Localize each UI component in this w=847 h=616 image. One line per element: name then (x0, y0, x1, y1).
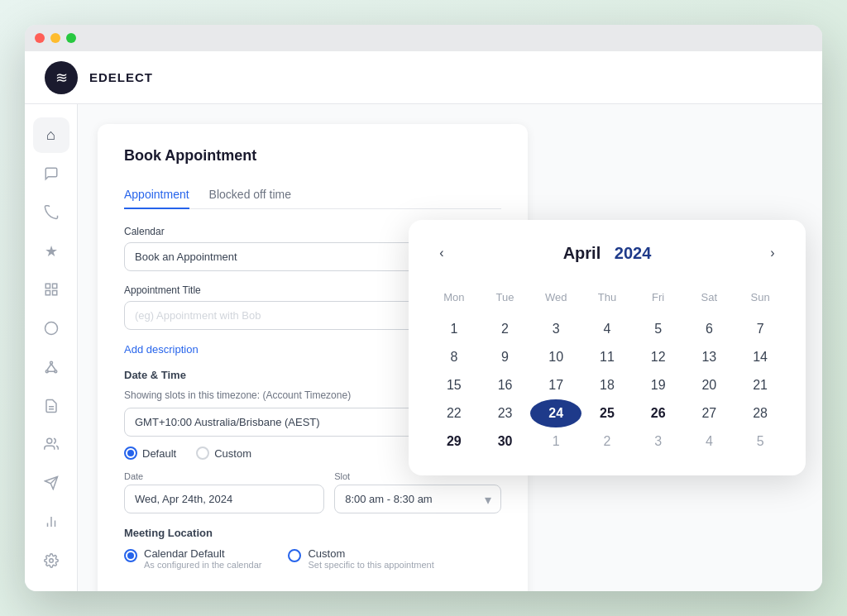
calendar-day-4-0[interactable]: 29 (428, 427, 480, 456)
svg-line-8 (46, 364, 50, 370)
calendar-next-button[interactable]: › (759, 240, 786, 266)
sidebar-item-favorites[interactable]: ★ (33, 233, 69, 269)
sidebar-item-reports[interactable] (33, 504, 69, 540)
calendar-week-3: 22232425262728 (428, 399, 786, 427)
calendar-day-2-5[interactable]: 20 (684, 371, 735, 399)
calendar-day-4-4[interactable]: 3 (633, 427, 684, 456)
calendar-day-2-3[interactable]: 18 (581, 371, 633, 399)
calendar-week-1: 891011121314 (428, 343, 786, 371)
calendar-day-1-0[interactable]: 8 (428, 343, 480, 371)
sidebar-item-send[interactable] (33, 466, 69, 501)
calendar-day-2-2[interactable]: 17 (530, 371, 581, 399)
calendar-day-3-5[interactable]: 27 (684, 399, 735, 427)
calendar-week-0: 1234567 (428, 315, 786, 343)
weekday-mon: Mon (428, 286, 480, 315)
maximize-dot[interactable] (66, 33, 76, 43)
svg-point-5 (50, 361, 52, 364)
sidebar-item-network[interactable] (33, 350, 69, 385)
calendar-day-3-0[interactable]: 22 (428, 399, 480, 427)
calendar-day-2-0[interactable]: 15 (428, 371, 480, 399)
title-bar (25, 25, 822, 51)
minimize-dot[interactable] (50, 33, 60, 43)
calendar-day-1-4[interactable]: 12 (633, 343, 684, 371)
slot-field: Slot 8:00 am - 8:30 am (334, 471, 501, 513)
location-custom-subtitle: Set specific to this appointment (308, 560, 433, 570)
form-tabs: Appointment Blocked off time (124, 181, 501, 209)
location-custom-radio (288, 549, 301, 562)
calendar-day-1-3[interactable]: 11 (581, 343, 633, 371)
calendar-day-3-1[interactable]: 23 (480, 399, 531, 427)
radio-custom-circle (196, 446, 209, 460)
calendar-day-0-2[interactable]: 3 (530, 315, 581, 343)
calendar-day-3-2[interactable]: 24 (530, 399, 581, 427)
sidebar-item-team[interactable] (33, 427, 69, 462)
location-default-subtitle: As configured in the calendar (144, 560, 261, 570)
radio-default-circle (124, 446, 137, 460)
radio-default[interactable]: Default (124, 446, 176, 460)
calendar-day-4-1[interactable]: 30 (480, 427, 531, 456)
calendar-day-0-0[interactable]: 1 (428, 315, 480, 343)
location-options-row: Calendar Default As configured in the ca… (124, 547, 501, 570)
sidebar-item-chat[interactable] (33, 156, 69, 192)
calendar-month-year: April 2024 (563, 244, 652, 263)
calendar-year: 2024 (615, 244, 652, 262)
weekday-tue: Tue (480, 286, 531, 315)
radio-default-label: Default (142, 447, 176, 460)
calendar-day-1-6[interactable]: 14 (735, 343, 786, 371)
sidebar-item-circle[interactable] (33, 311, 69, 346)
svg-rect-1 (52, 284, 56, 289)
svg-line-9 (51, 364, 55, 370)
calendar-day-2-1[interactable]: 16 (480, 371, 531, 399)
sidebar-item-contacts[interactable] (33, 195, 69, 231)
tab-appointment[interactable]: Appointment (124, 181, 189, 209)
weekday-fri: Fri (633, 286, 684, 315)
location-default-text: Calendar Default As configured in the ca… (144, 547, 261, 570)
calendar-day-1-2[interactable]: 10 (530, 343, 581, 371)
calendar-day-4-2[interactable]: 1 (530, 427, 581, 456)
calendar-week-2: 15161718192021 (428, 371, 786, 399)
calendar-day-1-1[interactable]: 9 (480, 343, 531, 371)
svg-point-13 (46, 439, 51, 444)
calendar-day-1-5[interactable]: 13 (684, 343, 735, 371)
calendar-weekdays-row: Mon Tue Wed Thu Fri Sat Sun (428, 286, 786, 315)
app-window: ≋ EDELECT ⌂ ★ (25, 25, 822, 591)
sidebar-item-apps[interactable] (33, 272, 69, 308)
calendar-day-0-3[interactable]: 4 (581, 315, 633, 343)
calendar-prev-button[interactable]: ‹ (428, 240, 455, 266)
location-custom-title: Custom (308, 547, 433, 560)
svg-rect-3 (45, 291, 50, 295)
calendar-day-3-6[interactable]: 28 (735, 399, 786, 427)
weekday-sat: Sat (684, 286, 735, 315)
location-custom[interactable]: Custom Set specific to this appointment (288, 547, 433, 570)
sidebar-item-docs[interactable] (33, 388, 69, 423)
calendar-header: ‹ April 2024 › (428, 240, 786, 266)
location-custom-text: Custom Set specific to this appointment (308, 547, 433, 570)
weekday-thu: Thu (581, 286, 633, 315)
close-dot[interactable] (35, 33, 45, 43)
calendar-grid: Mon Tue Wed Thu Fri Sat Sun 123456789101… (428, 286, 786, 456)
radio-custom[interactable]: Custom (196, 446, 251, 460)
sidebar: ⌂ ★ (25, 104, 78, 591)
calendar-day-4-3[interactable]: 2 (581, 427, 633, 456)
calendar-day-0-1[interactable]: 2 (480, 315, 531, 343)
sidebar-item-home[interactable]: ⌂ (33, 117, 69, 153)
calendar-day-3-4[interactable]: 26 (633, 399, 684, 427)
sidebar-item-settings[interactable] (33, 542, 69, 578)
calendar-day-4-5[interactable]: 4 (684, 427, 735, 456)
tab-blocked-time[interactable]: Blocked off time (209, 181, 291, 209)
calendar-day-4-6[interactable]: 5 (735, 427, 786, 456)
calendar-day-0-6[interactable]: 7 (735, 315, 786, 343)
date-input[interactable] (124, 485, 324, 513)
location-calendar-default[interactable]: Calendar Default As configured in the ca… (124, 547, 261, 570)
svg-rect-0 (45, 284, 50, 289)
date-slot-row: Date Slot 8:00 am - 8:30 am (124, 471, 501, 513)
calendar-day-0-5[interactable]: 6 (684, 315, 735, 343)
weekday-wed: Wed (530, 286, 581, 315)
slot-select[interactable]: 8:00 am - 8:30 am (334, 485, 501, 513)
calendar-day-0-4[interactable]: 5 (633, 315, 684, 343)
calendar-day-2-4[interactable]: 19 (633, 371, 684, 399)
slot-select-wrapper: 8:00 am - 8:30 am (334, 485, 501, 513)
calendar-day-3-3[interactable]: 25 (581, 399, 633, 427)
calendar-day-2-6[interactable]: 21 (735, 371, 786, 399)
meeting-location-section: Meeting Location Calendar Default As con… (124, 527, 501, 570)
